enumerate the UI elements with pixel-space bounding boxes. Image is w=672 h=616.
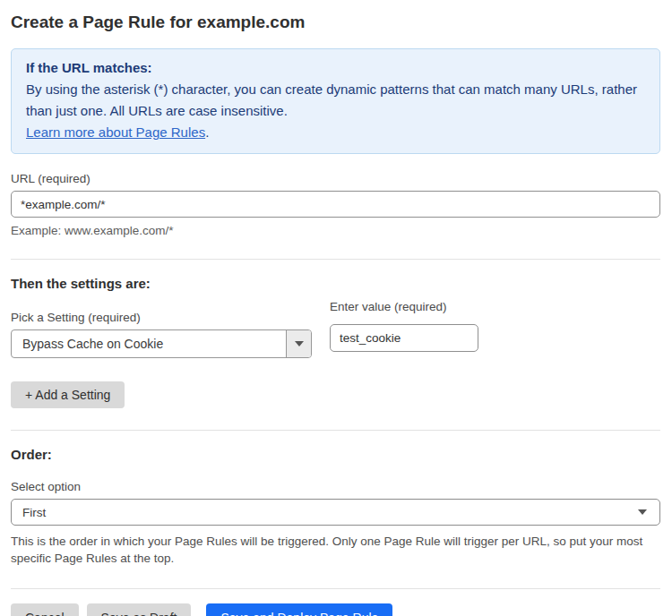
order-section-heading: Order: (11, 447, 660, 462)
setting-select-dropdown-button[interactable] (286, 330, 311, 357)
info-box-heading: If the URL matches: (26, 57, 645, 79)
divider (11, 430, 660, 431)
save-and-deploy-button[interactable]: Save and Deploy Page Rule (206, 603, 392, 616)
setting-value-column: Enter value (required) (330, 293, 478, 352)
add-setting-button[interactable]: + Add a Setting (11, 381, 125, 408)
caret-down-icon (638, 509, 647, 515)
link-period: . (205, 124, 209, 140)
setting-select-column: Pick a Setting (required) Bypass Cache o… (11, 293, 312, 358)
setting-value-input[interactable] (330, 324, 478, 352)
setting-select[interactable]: Bypass Cache on Cookie (11, 329, 312, 358)
setting-value-label: Enter value (required) (330, 300, 478, 313)
learn-more-link[interactable]: Learn more about Page Rules (26, 124, 205, 140)
url-matches-info-box: If the URL matches: By using the asteris… (11, 48, 660, 154)
order-select[interactable]: First (11, 499, 660, 526)
page-title: Create a Page Rule for example.com (11, 11, 660, 36)
url-input[interactable] (11, 191, 660, 218)
divider (11, 259, 660, 260)
settings-row: Pick a Setting (required) Bypass Cache o… (11, 293, 660, 358)
cancel-button[interactable]: Cancel (11, 603, 79, 616)
save-as-draft-button[interactable]: Save as Draft (87, 603, 192, 616)
url-example-helper: Example: www.example.com/* (11, 224, 660, 237)
order-helper-text: This is the order in which your Page Rul… (11, 533, 660, 567)
setting-select-value: Bypass Cache on Cookie (12, 330, 286, 357)
setting-select-label: Pick a Setting (required) (11, 311, 312, 324)
order-select-value: First (22, 506, 638, 519)
caret-down-icon (295, 341, 304, 346)
footer-button-row: Cancel Save as Draft Save and Deploy Pag… (11, 603, 660, 616)
divider (11, 588, 660, 589)
settings-section-heading: Then the settings are: (11, 276, 660, 291)
info-box-link-line: Learn more about Page Rules. (26, 122, 645, 143)
info-box-body: By using the asterisk (*) character, you… (26, 79, 645, 122)
order-select-label: Select option (11, 480, 660, 493)
url-field-label: URL (required) (11, 172, 660, 185)
